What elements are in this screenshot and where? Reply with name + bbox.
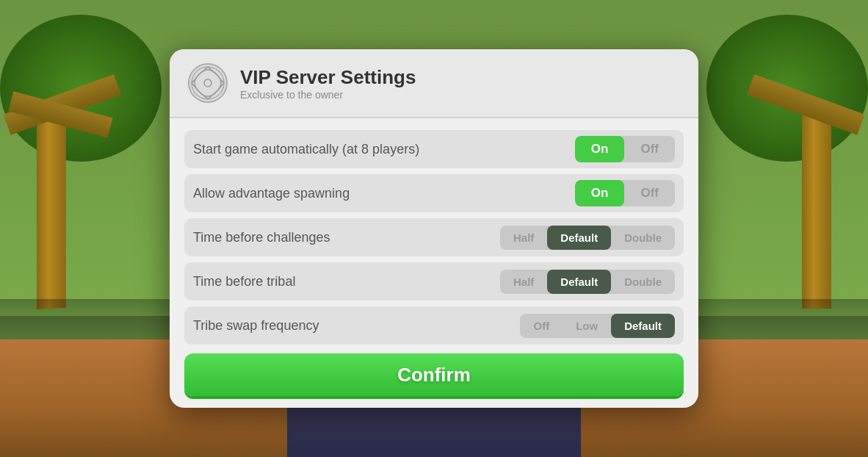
modal-subtitle: Exclusive to the owner [240, 89, 416, 101]
triple-group-time-challenges: Half Default Double [500, 226, 675, 250]
triple-default-time-challenges[interactable]: Default [547, 226, 611, 250]
triple-off-tribe-swap[interactable]: Off [520, 314, 563, 338]
setting-row-tribe-swap: Tribe swap frequency Off Low Default [184, 306, 684, 345]
toggle-off-auto-start[interactable]: Off [624, 136, 675, 162]
setting-label-advantage-spawn: Allow advantage spawning [193, 186, 569, 201]
triple-double-time-tribal[interactable]: Double [611, 270, 675, 294]
toggle-on-advantage-spawn[interactable]: On [575, 180, 625, 206]
setting-row-advantage-spawn: Allow advantage spawning On Off [184, 174, 684, 212]
triple-half-time-tribal[interactable]: Half [500, 270, 547, 294]
setting-row-time-tribal: Time before tribal Half Default Double [184, 262, 684, 301]
setting-label-tribe-swap: Tribe swap frequency [193, 318, 514, 334]
toggle-group-auto-start: On Off [575, 136, 675, 162]
vip-logo-icon [187, 62, 228, 104]
toggle-on-auto-start[interactable]: On [575, 136, 625, 162]
setting-row-auto-start: Start game automatically (at 8 players) … [184, 130, 684, 168]
setting-label-time-challenges: Time before challenges [193, 230, 494, 245]
modal-header: VIP Server Settings Exclusive to the own… [170, 49, 698, 118]
modal-title: VIP Server Settings [240, 66, 416, 89]
toggle-off-advantage-spawn[interactable]: Off [624, 180, 675, 206]
triple-double-time-challenges[interactable]: Double [611, 226, 675, 250]
triple-group-tribe-swap: Off Low Default [520, 314, 675, 338]
setting-row-time-challenges: Time before challenges Half Default Doub… [184, 218, 684, 256]
modal-title-group: VIP Server Settings Exclusive to the own… [240, 66, 416, 101]
toggle-group-advantage-spawn: On Off [575, 180, 675, 206]
triple-group-time-tribal: Half Default Double [500, 270, 675, 294]
triple-low-tribe-swap[interactable]: Low [563, 314, 611, 338]
setting-label-auto-start: Start game automatically (at 8 players) [193, 142, 569, 157]
modal-body: Start game automatically (at 8 players) … [170, 118, 698, 408]
triple-default-tribe-swap[interactable]: Default [611, 314, 675, 338]
modal-overlay: VIP Server Settings Exclusive to the own… [0, 0, 868, 457]
triple-half-time-challenges[interactable]: Half [500, 226, 547, 250]
triple-default-time-tribal[interactable]: Default [547, 270, 611, 294]
vip-settings-modal: VIP Server Settings Exclusive to the own… [170, 49, 698, 408]
setting-label-time-tribal: Time before tribal [193, 274, 494, 289]
confirm-button[interactable]: Confirm [184, 353, 684, 396]
